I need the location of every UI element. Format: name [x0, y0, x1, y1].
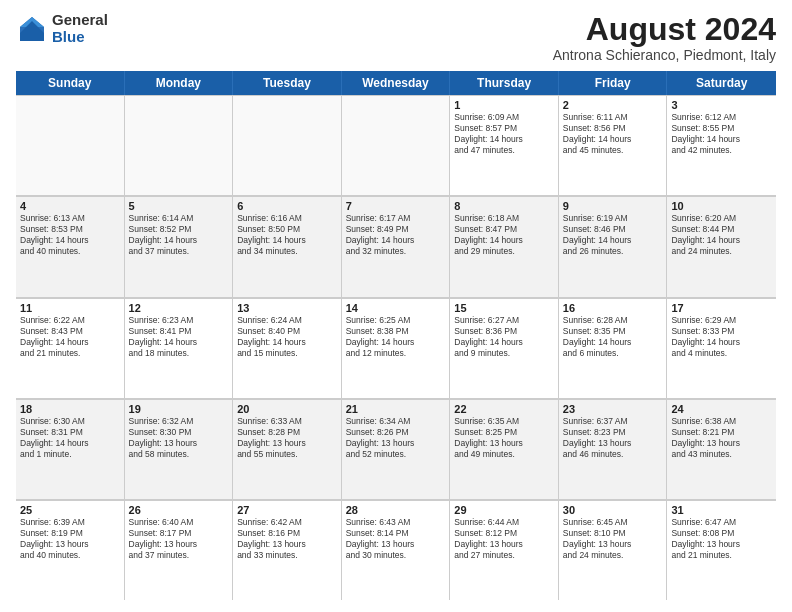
day-info: Sunrise: 6:23 AMSunset: 8:41 PMDaylight:… [129, 315, 229, 359]
calendar-day-31: 31Sunrise: 6:47 AMSunset: 8:08 PMDayligh… [667, 500, 776, 600]
day-number: 3 [671, 99, 772, 111]
day-info: Sunrise: 6:25 AMSunset: 8:38 PMDaylight:… [346, 315, 446, 359]
day-number: 20 [237, 403, 337, 415]
day-info: Sunrise: 6:16 AMSunset: 8:50 PMDaylight:… [237, 213, 337, 257]
calendar-week-1: 1Sunrise: 6:09 AMSunset: 8:57 PMDaylight… [16, 95, 776, 196]
calendar-empty [16, 95, 125, 195]
calendar-day-22: 22Sunrise: 6:35 AMSunset: 8:25 PMDayligh… [450, 399, 559, 499]
day-info: Sunrise: 6:24 AMSunset: 8:40 PMDaylight:… [237, 315, 337, 359]
calendar-day-29: 29Sunrise: 6:44 AMSunset: 8:12 PMDayligh… [450, 500, 559, 600]
calendar-day-3: 3Sunrise: 6:12 AMSunset: 8:55 PMDaylight… [667, 95, 776, 195]
calendar-week-4: 18Sunrise: 6:30 AMSunset: 8:31 PMDayligh… [16, 399, 776, 500]
logo: General Blue [16, 12, 108, 45]
day-info: Sunrise: 6:40 AMSunset: 8:17 PMDaylight:… [129, 517, 229, 561]
calendar-day-19: 19Sunrise: 6:32 AMSunset: 8:30 PMDayligh… [125, 399, 234, 499]
day-number: 9 [563, 200, 663, 212]
calendar-day-18: 18Sunrise: 6:30 AMSunset: 8:31 PMDayligh… [16, 399, 125, 499]
header-day-saturday: Saturday [667, 71, 776, 95]
day-number: 5 [129, 200, 229, 212]
subtitle: Antrona Schieranco, Piedmont, Italy [553, 47, 776, 63]
day-info: Sunrise: 6:18 AMSunset: 8:47 PMDaylight:… [454, 213, 554, 257]
day-info: Sunrise: 6:11 AMSunset: 8:56 PMDaylight:… [563, 112, 663, 156]
title-block: August 2024 Antrona Schieranco, Piedmont… [553, 12, 776, 63]
day-number: 18 [20, 403, 120, 415]
day-number: 10 [671, 200, 772, 212]
day-info: Sunrise: 6:43 AMSunset: 8:14 PMDaylight:… [346, 517, 446, 561]
day-number: 30 [563, 504, 663, 516]
day-number: 16 [563, 302, 663, 314]
calendar-day-28: 28Sunrise: 6:43 AMSunset: 8:14 PMDayligh… [342, 500, 451, 600]
calendar-empty [233, 95, 342, 195]
calendar-day-27: 27Sunrise: 6:42 AMSunset: 8:16 PMDayligh… [233, 500, 342, 600]
day-number: 31 [671, 504, 772, 516]
calendar-day-30: 30Sunrise: 6:45 AMSunset: 8:10 PMDayligh… [559, 500, 668, 600]
logo-text: General Blue [52, 12, 108, 45]
calendar: SundayMondayTuesdayWednesdayThursdayFrid… [16, 71, 776, 600]
day-info: Sunrise: 6:27 AMSunset: 8:36 PMDaylight:… [454, 315, 554, 359]
header-day-thursday: Thursday [450, 71, 559, 95]
calendar-week-3: 11Sunrise: 6:22 AMSunset: 8:43 PMDayligh… [16, 298, 776, 399]
logo-blue-text: Blue [52, 29, 108, 46]
day-info: Sunrise: 6:33 AMSunset: 8:28 PMDaylight:… [237, 416, 337, 460]
day-info: Sunrise: 6:19 AMSunset: 8:46 PMDaylight:… [563, 213, 663, 257]
day-info: Sunrise: 6:35 AMSunset: 8:25 PMDaylight:… [454, 416, 554, 460]
calendar-day-10: 10Sunrise: 6:20 AMSunset: 8:44 PMDayligh… [667, 196, 776, 296]
header-day-sunday: Sunday [16, 71, 125, 95]
day-info: Sunrise: 6:28 AMSunset: 8:35 PMDaylight:… [563, 315, 663, 359]
calendar-day-11: 11Sunrise: 6:22 AMSunset: 8:43 PMDayligh… [16, 298, 125, 398]
day-number: 8 [454, 200, 554, 212]
day-info: Sunrise: 6:44 AMSunset: 8:12 PMDaylight:… [454, 517, 554, 561]
calendar-day-9: 9Sunrise: 6:19 AMSunset: 8:46 PMDaylight… [559, 196, 668, 296]
day-number: 2 [563, 99, 663, 111]
calendar-body: 1Sunrise: 6:09 AMSunset: 8:57 PMDaylight… [16, 95, 776, 600]
day-number: 17 [671, 302, 772, 314]
calendar-day-1: 1Sunrise: 6:09 AMSunset: 8:57 PMDaylight… [450, 95, 559, 195]
day-info: Sunrise: 6:30 AMSunset: 8:31 PMDaylight:… [20, 416, 120, 460]
day-number: 13 [237, 302, 337, 314]
day-number: 21 [346, 403, 446, 415]
day-number: 22 [454, 403, 554, 415]
day-info: Sunrise: 6:17 AMSunset: 8:49 PMDaylight:… [346, 213, 446, 257]
day-number: 11 [20, 302, 120, 314]
day-info: Sunrise: 6:34 AMSunset: 8:26 PMDaylight:… [346, 416, 446, 460]
header-day-tuesday: Tuesday [233, 71, 342, 95]
page: General Blue August 2024 Antrona Schiera… [0, 0, 792, 612]
calendar-day-25: 25Sunrise: 6:39 AMSunset: 8:19 PMDayligh… [16, 500, 125, 600]
calendar-day-4: 4Sunrise: 6:13 AMSunset: 8:53 PMDaylight… [16, 196, 125, 296]
day-number: 26 [129, 504, 229, 516]
calendar-day-2: 2Sunrise: 6:11 AMSunset: 8:56 PMDaylight… [559, 95, 668, 195]
calendar-day-7: 7Sunrise: 6:17 AMSunset: 8:49 PMDaylight… [342, 196, 451, 296]
day-number: 6 [237, 200, 337, 212]
day-number: 23 [563, 403, 663, 415]
calendar-day-8: 8Sunrise: 6:18 AMSunset: 8:47 PMDaylight… [450, 196, 559, 296]
day-info: Sunrise: 6:32 AMSunset: 8:30 PMDaylight:… [129, 416, 229, 460]
calendar-day-5: 5Sunrise: 6:14 AMSunset: 8:52 PMDaylight… [125, 196, 234, 296]
day-info: Sunrise: 6:22 AMSunset: 8:43 PMDaylight:… [20, 315, 120, 359]
day-info: Sunrise: 6:14 AMSunset: 8:52 PMDaylight:… [129, 213, 229, 257]
header-day-friday: Friday [559, 71, 668, 95]
calendar-day-16: 16Sunrise: 6:28 AMSunset: 8:35 PMDayligh… [559, 298, 668, 398]
day-number: 24 [671, 403, 772, 415]
day-info: Sunrise: 6:45 AMSunset: 8:10 PMDaylight:… [563, 517, 663, 561]
header-day-wednesday: Wednesday [342, 71, 451, 95]
logo-general-text: General [52, 12, 108, 29]
calendar-empty [125, 95, 234, 195]
day-info: Sunrise: 6:38 AMSunset: 8:21 PMDaylight:… [671, 416, 772, 460]
calendar-day-13: 13Sunrise: 6:24 AMSunset: 8:40 PMDayligh… [233, 298, 342, 398]
calendar-day-23: 23Sunrise: 6:37 AMSunset: 8:23 PMDayligh… [559, 399, 668, 499]
day-info: Sunrise: 6:37 AMSunset: 8:23 PMDaylight:… [563, 416, 663, 460]
calendar-day-24: 24Sunrise: 6:38 AMSunset: 8:21 PMDayligh… [667, 399, 776, 499]
calendar-week-2: 4Sunrise: 6:13 AMSunset: 8:53 PMDaylight… [16, 196, 776, 297]
day-number: 19 [129, 403, 229, 415]
day-number: 28 [346, 504, 446, 516]
calendar-header: SundayMondayTuesdayWednesdayThursdayFrid… [16, 71, 776, 95]
day-info: Sunrise: 6:42 AMSunset: 8:16 PMDaylight:… [237, 517, 337, 561]
logo-icon [16, 13, 48, 45]
day-number: 12 [129, 302, 229, 314]
day-number: 4 [20, 200, 120, 212]
day-number: 7 [346, 200, 446, 212]
calendar-day-20: 20Sunrise: 6:33 AMSunset: 8:28 PMDayligh… [233, 399, 342, 499]
day-info: Sunrise: 6:09 AMSunset: 8:57 PMDaylight:… [454, 112, 554, 156]
day-number: 29 [454, 504, 554, 516]
calendar-week-5: 25Sunrise: 6:39 AMSunset: 8:19 PMDayligh… [16, 500, 776, 600]
